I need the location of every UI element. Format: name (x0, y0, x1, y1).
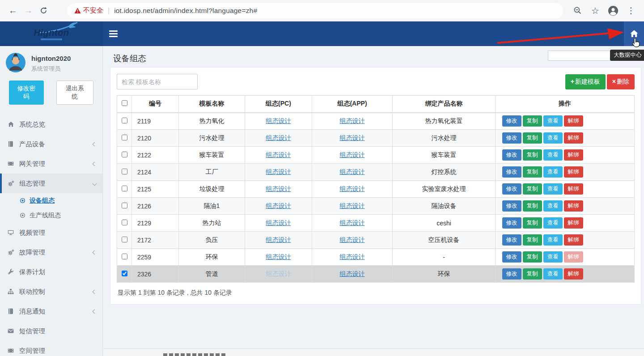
sidebar-subitem-device-config[interactable]: 设备组态 (0, 193, 102, 208)
app-config-design-link[interactable]: 组态设计 (340, 117, 365, 124)
copy-button[interactable]: 复制 (523, 200, 542, 212)
app-config-design-link[interactable]: 组态设计 (340, 185, 365, 192)
app-config-design-link[interactable]: 组态设计 (340, 151, 365, 158)
sidebar-subitem-production-line-config[interactable]: 生产线组态 (0, 208, 102, 223)
sidebar-item-video-management[interactable]: 视频管理 (0, 223, 102, 242)
view-button[interactable]: 查看 (543, 183, 563, 195)
copy-button[interactable]: 复制 (523, 234, 542, 246)
bookmark-star-icon[interactable]: ☆ (588, 3, 603, 18)
app-config-design-link[interactable]: 组态设计 (340, 202, 365, 209)
header-search-input[interactable] (548, 51, 619, 61)
unbind-button[interactable]: 解绑 (564, 149, 583, 161)
sidebar-toggle-button[interactable] (109, 30, 118, 37)
unbind-button[interactable]: 解绑 (564, 183, 583, 195)
app-config-design-link[interactable]: 组态设计 (340, 253, 365, 260)
change-password-button[interactable]: 修改密码 (9, 81, 44, 105)
logout-button[interactable]: 退出系统 (56, 81, 94, 105)
copy-button[interactable]: 复制 (523, 268, 542, 280)
edit-button[interactable]: 修改 (502, 200, 521, 212)
copy-button[interactable]: 复制 (523, 183, 542, 195)
copy-button[interactable]: 复制 (523, 132, 542, 144)
edit-button[interactable]: 修改 (502, 268, 521, 280)
edit-button[interactable]: 修改 (502, 251, 521, 263)
home-button[interactable] (624, 21, 644, 46)
sidebar-item-gateway-management[interactable]: 网关管理 (0, 154, 102, 174)
sidebar-item-product-devices[interactable]: 产品设备 (0, 134, 102, 154)
copy-button[interactable]: 复制 (523, 217, 542, 229)
pc-config-design-link[interactable]: 组态设计 (266, 185, 291, 192)
sidebar-item-config-management[interactable]: 组态管理 (0, 174, 102, 193)
view-button[interactable]: 查看 (543, 200, 563, 212)
view-button[interactable]: 查看 (543, 149, 563, 161)
row-checkbox[interactable] (122, 220, 127, 225)
unbind-button[interactable]: 解绑 (564, 115, 583, 127)
row-checkbox[interactable] (122, 186, 127, 191)
refresh-icon[interactable] (36, 3, 51, 18)
sidebar-item-fault-management[interactable]: 故障管理 (0, 242, 102, 262)
view-button[interactable]: 查看 (543, 132, 563, 144)
pc-config-design-link[interactable]: 组态设计 (266, 168, 291, 175)
sidebar-item-sms-management[interactable]: 短信管理 (0, 321, 102, 341)
app-config-design-link[interactable]: 组态设计 (340, 168, 365, 175)
row-checkbox[interactable] (122, 237, 127, 242)
sidebar-item-system-overview[interactable]: 系统总览 (0, 114, 102, 134)
row-checkbox[interactable] (122, 203, 127, 208)
unbind-button[interactable]: 解绑 (564, 217, 583, 229)
browser-menu-icon[interactable]: ⋮ (623, 3, 639, 18)
app-config-design-link[interactable]: 组态设计 (340, 270, 365, 277)
edit-button[interactable]: 修改 (502, 217, 521, 229)
edit-button[interactable]: 修改 (502, 149, 521, 161)
app-config-design-link[interactable]: 组态设计 (340, 219, 365, 226)
back-icon[interactable]: ← (5, 3, 21, 18)
edit-button[interactable]: 修改 (502, 115, 521, 127)
row-checkbox[interactable] (122, 152, 127, 157)
unbind-button[interactable]: 解绑 (564, 132, 583, 144)
edit-button[interactable]: 修改 (502, 183, 521, 195)
pc-config-design-link[interactable]: 组态设计 (266, 117, 291, 124)
row-checkbox[interactable] (122, 169, 127, 174)
app-config-design-link[interactable]: 组态设计 (340, 236, 365, 243)
security-warning[interactable]: 不安全 (74, 6, 103, 15)
copy-button[interactable]: 复制 (523, 149, 542, 161)
unbind-button[interactable]: 解绑 (564, 268, 583, 280)
row-checkbox[interactable] (122, 135, 127, 140)
unbind-button[interactable]: 解绑 (564, 251, 583, 263)
unbind-button[interactable]: 解绑 (564, 166, 583, 178)
view-button[interactable]: 查看 (543, 251, 563, 263)
copy-button[interactable]: 复制 (523, 166, 542, 178)
edit-button[interactable]: 修改 (502, 132, 521, 144)
pc-config-design-link[interactable]: 组态设计 (266, 270, 291, 277)
copy-button[interactable]: 复制 (523, 115, 542, 127)
pc-config-design-link[interactable]: 组态设计 (266, 134, 291, 141)
view-button[interactable]: 查看 (543, 268, 563, 280)
edit-button[interactable]: 修改 (502, 166, 521, 178)
forward-icon[interactable]: → (21, 3, 36, 18)
profile-avatar-icon[interactable] (606, 3, 621, 18)
template-search-input[interactable] (117, 74, 198, 89)
select-all-checkbox[interactable] (122, 100, 127, 106)
pc-config-design-link[interactable]: 组态设计 (266, 219, 291, 226)
pc-config-design-link[interactable]: 组态设计 (266, 236, 291, 243)
delete-button[interactable]: ×删除 (607, 74, 635, 89)
view-button[interactable]: 查看 (543, 217, 563, 229)
sidebar-item-message-notification[interactable]: 消息通知 (0, 301, 102, 321)
view-button[interactable]: 查看 (543, 115, 563, 127)
view-button[interactable]: 查看 (543, 166, 563, 178)
app-config-design-link[interactable]: 组态设计 (340, 134, 365, 141)
edit-button[interactable]: 修改 (502, 234, 521, 246)
sidebar-item-maintenance-plan[interactable]: 保养计划 (0, 262, 102, 282)
sidebar-item-space-management[interactable]: 空间管理 (0, 341, 102, 356)
new-template-button[interactable]: +新建模板 (565, 74, 606, 89)
url-bar[interactable]: 不安全 | iot.idosp.net/admin/index.html?lan… (67, 3, 564, 18)
row-checkbox[interactable] (122, 118, 127, 123)
pc-config-design-link[interactable]: 组态设计 (266, 151, 291, 158)
row-checkbox[interactable] (122, 254, 127, 259)
pc-config-design-link[interactable]: 组态设计 (266, 202, 291, 209)
unbind-button[interactable]: 解绑 (564, 234, 583, 246)
row-checkbox[interactable] (122, 271, 127, 276)
view-button[interactable]: 查看 (543, 234, 563, 246)
copy-button[interactable]: 复制 (523, 251, 542, 263)
sidebar-item-linkage-control[interactable]: 联动控制 (0, 282, 102, 301)
pc-config-design-link[interactable]: 组态设计 (266, 253, 291, 260)
zoom-out-icon[interactable] (570, 3, 585, 18)
